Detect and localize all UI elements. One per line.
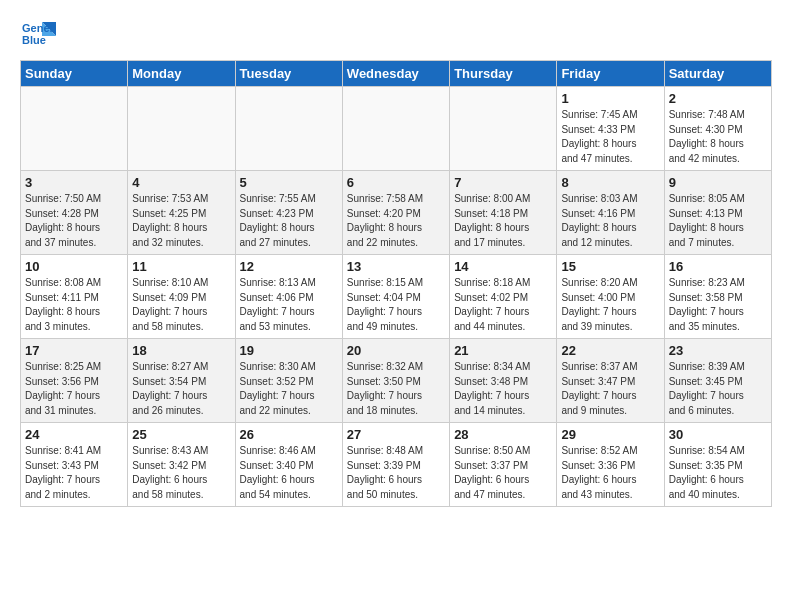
day-number: 8 [561,175,659,190]
day-number: 3 [25,175,123,190]
day-number: 4 [132,175,230,190]
calendar-week-3: 10Sunrise: 8:08 AM Sunset: 4:11 PM Dayli… [21,255,772,339]
logo-icon: General Blue [20,16,56,52]
calendar-cell [21,87,128,171]
day-info: Sunrise: 8:43 AM Sunset: 3:42 PM Dayligh… [132,444,230,502]
day-info: Sunrise: 8:25 AM Sunset: 3:56 PM Dayligh… [25,360,123,418]
weekday-header-friday: Friday [557,61,664,87]
day-info: Sunrise: 7:45 AM Sunset: 4:33 PM Dayligh… [561,108,659,166]
calendar-cell: 6Sunrise: 7:58 AM Sunset: 4:20 PM Daylig… [342,171,449,255]
day-info: Sunrise: 8:37 AM Sunset: 3:47 PM Dayligh… [561,360,659,418]
calendar-cell [235,87,342,171]
day-info: Sunrise: 8:08 AM Sunset: 4:11 PM Dayligh… [25,276,123,334]
calendar-cell: 2Sunrise: 7:48 AM Sunset: 4:30 PM Daylig… [664,87,771,171]
day-info: Sunrise: 8:41 AM Sunset: 3:43 PM Dayligh… [25,444,123,502]
weekday-header-saturday: Saturday [664,61,771,87]
day-number: 12 [240,259,338,274]
day-info: Sunrise: 8:23 AM Sunset: 3:58 PM Dayligh… [669,276,767,334]
calendar-cell: 13Sunrise: 8:15 AM Sunset: 4:04 PM Dayli… [342,255,449,339]
day-number: 14 [454,259,552,274]
calendar-cell: 20Sunrise: 8:32 AM Sunset: 3:50 PM Dayli… [342,339,449,423]
day-number: 10 [25,259,123,274]
day-info: Sunrise: 7:55 AM Sunset: 4:23 PM Dayligh… [240,192,338,250]
day-number: 20 [347,343,445,358]
day-number: 15 [561,259,659,274]
day-info: Sunrise: 8:34 AM Sunset: 3:48 PM Dayligh… [454,360,552,418]
calendar-cell: 19Sunrise: 8:30 AM Sunset: 3:52 PM Dayli… [235,339,342,423]
calendar-cell: 10Sunrise: 8:08 AM Sunset: 4:11 PM Dayli… [21,255,128,339]
day-number: 2 [669,91,767,106]
header: General Blue [20,16,772,52]
day-number: 23 [669,343,767,358]
day-number: 1 [561,91,659,106]
calendar-cell: 30Sunrise: 8:54 AM Sunset: 3:35 PM Dayli… [664,423,771,507]
calendar-cell: 9Sunrise: 8:05 AM Sunset: 4:13 PM Daylig… [664,171,771,255]
weekday-header-monday: Monday [128,61,235,87]
weekday-header-tuesday: Tuesday [235,61,342,87]
day-number: 24 [25,427,123,442]
day-info: Sunrise: 8:00 AM Sunset: 4:18 PM Dayligh… [454,192,552,250]
calendar-cell: 5Sunrise: 7:55 AM Sunset: 4:23 PM Daylig… [235,171,342,255]
calendar-cell: 3Sunrise: 7:50 AM Sunset: 4:28 PM Daylig… [21,171,128,255]
day-info: Sunrise: 8:15 AM Sunset: 4:04 PM Dayligh… [347,276,445,334]
calendar-cell: 14Sunrise: 8:18 AM Sunset: 4:02 PM Dayli… [450,255,557,339]
calendar-cell: 25Sunrise: 8:43 AM Sunset: 3:42 PM Dayli… [128,423,235,507]
page-container: General Blue SundayMondayTuesdayWednesda… [0,0,792,523]
calendar-cell: 15Sunrise: 8:20 AM Sunset: 4:00 PM Dayli… [557,255,664,339]
calendar-week-1: 1Sunrise: 7:45 AM Sunset: 4:33 PM Daylig… [21,87,772,171]
day-info: Sunrise: 8:46 AM Sunset: 3:40 PM Dayligh… [240,444,338,502]
day-number: 19 [240,343,338,358]
calendar-cell [128,87,235,171]
calendar-cell: 22Sunrise: 8:37 AM Sunset: 3:47 PM Dayli… [557,339,664,423]
day-number: 6 [347,175,445,190]
day-number: 29 [561,427,659,442]
calendar-table: SundayMondayTuesdayWednesdayThursdayFrid… [20,60,772,507]
day-number: 21 [454,343,552,358]
calendar-cell: 16Sunrise: 8:23 AM Sunset: 3:58 PM Dayli… [664,255,771,339]
calendar-week-5: 24Sunrise: 8:41 AM Sunset: 3:43 PM Dayli… [21,423,772,507]
day-info: Sunrise: 8:10 AM Sunset: 4:09 PM Dayligh… [132,276,230,334]
calendar-cell: 26Sunrise: 8:46 AM Sunset: 3:40 PM Dayli… [235,423,342,507]
calendar-cell: 29Sunrise: 8:52 AM Sunset: 3:36 PM Dayli… [557,423,664,507]
day-info: Sunrise: 8:32 AM Sunset: 3:50 PM Dayligh… [347,360,445,418]
calendar-cell: 11Sunrise: 8:10 AM Sunset: 4:09 PM Dayli… [128,255,235,339]
calendar-cell: 7Sunrise: 8:00 AM Sunset: 4:18 PM Daylig… [450,171,557,255]
day-number: 13 [347,259,445,274]
calendar-cell: 4Sunrise: 7:53 AM Sunset: 4:25 PM Daylig… [128,171,235,255]
logo: General Blue [20,16,56,52]
day-info: Sunrise: 8:54 AM Sunset: 3:35 PM Dayligh… [669,444,767,502]
day-info: Sunrise: 8:39 AM Sunset: 3:45 PM Dayligh… [669,360,767,418]
day-number: 5 [240,175,338,190]
calendar-cell [450,87,557,171]
calendar-cell [342,87,449,171]
day-number: 30 [669,427,767,442]
day-number: 28 [454,427,552,442]
calendar-cell: 21Sunrise: 8:34 AM Sunset: 3:48 PM Dayli… [450,339,557,423]
weekday-header-wednesday: Wednesday [342,61,449,87]
day-info: Sunrise: 8:50 AM Sunset: 3:37 PM Dayligh… [454,444,552,502]
day-info: Sunrise: 8:30 AM Sunset: 3:52 PM Dayligh… [240,360,338,418]
day-info: Sunrise: 8:05 AM Sunset: 4:13 PM Dayligh… [669,192,767,250]
day-info: Sunrise: 7:48 AM Sunset: 4:30 PM Dayligh… [669,108,767,166]
day-number: 25 [132,427,230,442]
day-number: 26 [240,427,338,442]
calendar-cell: 23Sunrise: 8:39 AM Sunset: 3:45 PM Dayli… [664,339,771,423]
calendar-week-2: 3Sunrise: 7:50 AM Sunset: 4:28 PM Daylig… [21,171,772,255]
calendar-cell: 17Sunrise: 8:25 AM Sunset: 3:56 PM Dayli… [21,339,128,423]
weekday-header-sunday: Sunday [21,61,128,87]
day-number: 9 [669,175,767,190]
calendar-cell: 12Sunrise: 8:13 AM Sunset: 4:06 PM Dayli… [235,255,342,339]
day-number: 16 [669,259,767,274]
day-info: Sunrise: 8:27 AM Sunset: 3:54 PM Dayligh… [132,360,230,418]
calendar-cell: 1Sunrise: 7:45 AM Sunset: 4:33 PM Daylig… [557,87,664,171]
svg-text:General: General [22,22,56,34]
day-info: Sunrise: 8:03 AM Sunset: 4:16 PM Dayligh… [561,192,659,250]
day-info: Sunrise: 7:53 AM Sunset: 4:25 PM Dayligh… [132,192,230,250]
weekday-header-thursday: Thursday [450,61,557,87]
calendar-cell: 24Sunrise: 8:41 AM Sunset: 3:43 PM Dayli… [21,423,128,507]
calendar-cell: 28Sunrise: 8:50 AM Sunset: 3:37 PM Dayli… [450,423,557,507]
calendar-cell: 27Sunrise: 8:48 AM Sunset: 3:39 PM Dayli… [342,423,449,507]
calendar-week-4: 17Sunrise: 8:25 AM Sunset: 3:56 PM Dayli… [21,339,772,423]
day-info: Sunrise: 8:20 AM Sunset: 4:00 PM Dayligh… [561,276,659,334]
calendar-cell: 8Sunrise: 8:03 AM Sunset: 4:16 PM Daylig… [557,171,664,255]
